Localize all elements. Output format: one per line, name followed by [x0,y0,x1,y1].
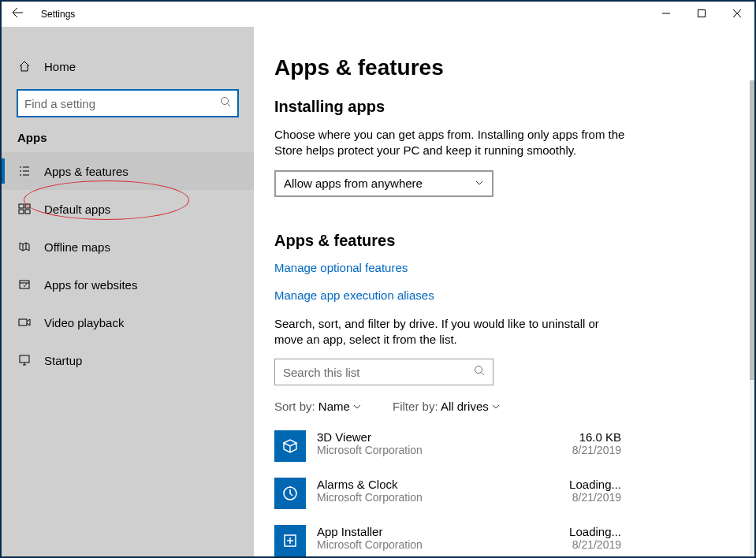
app-tile-icon [274,525,306,556]
svg-rect-7 [25,210,30,214]
sidebar-item-default-apps[interactable]: Default apps [2,190,254,228]
sidebar-search[interactable] [17,90,238,117]
home-icon [17,60,32,73]
close-button[interactable] [719,2,754,25]
content-area: Apps & features Installing apps Choose w… [254,27,754,556]
app-search[interactable] [274,359,493,385]
list-desc: Search, sort, and filter by drive. If yo… [274,316,605,348]
svg-rect-11 [20,355,29,363]
sidebar: Home Apps Apps & features [2,27,254,556]
app-publisher: Microsoft Corporation [317,491,539,504]
sidebar-item-label: Default apps [44,203,110,216]
search-icon [474,365,485,379]
sidebar-item-startup[interactable]: Startup [2,341,254,379]
app-date: 8/21/2019 [550,444,621,456]
svg-rect-1 [698,10,705,17]
offline-maps-icon [17,240,32,253]
svg-point-14 [475,366,482,374]
sidebar-item-label: Video playback [44,316,124,329]
install-source-combo[interactable]: Allow apps from anywhere [274,170,493,197]
content-scroll-thumb[interactable] [750,80,754,380]
svg-rect-8 [20,281,29,288]
app-size: Loading... [550,525,621,538]
page-title: Apps & features [274,55,734,80]
app-size: 16.0 KB [550,430,621,444]
sidebar-item-offline-maps[interactable]: Offline maps [2,228,254,266]
installing-heading: Installing apps [274,98,734,116]
app-tile-icon [274,478,306,509]
svg-rect-10 [19,319,27,326]
titlebar: Settings [2,2,754,27]
combo-value: Allow apps from anywhere [284,177,423,190]
chevron-down-icon [475,177,484,190]
sidebar-item-label: Apps for websites [44,278,137,292]
app-row[interactable]: Alarms & Clock Microsoft Corporation Loa… [274,478,621,509]
svg-line-3 [228,104,231,107]
svg-point-2 [222,98,229,105]
sidebar-group-heading: Apps [2,131,254,152]
startup-icon [17,354,32,366]
sidebar-item-apps-for-websites[interactable]: Apps for websites [2,266,254,303]
app-tile-icon [274,430,306,462]
app-name: Alarms & Clock [317,478,539,491]
installing-desc: Choose where you can get apps from. Inst… [274,127,629,159]
filter-label: Filter by: [393,400,438,413]
app-publisher: Microsoft Corporation [317,538,539,551]
video-playback-icon [17,316,32,329]
default-apps-icon [17,203,32,215]
sidebar-item-label: Offline maps [44,240,110,254]
app-publisher: Microsoft Corporation [317,444,539,456]
sidebar-item-label: Apps & features [44,165,128,178]
apps-list-heading: Apps & features [274,232,734,250]
app-name: 3D Viewer [317,430,539,444]
sidebar-home[interactable]: Home [2,49,254,84]
minimize-button[interactable] [648,2,683,25]
chevron-down-icon [492,400,500,413]
chevron-down-icon [353,400,361,413]
apps-features-icon [17,165,32,177]
app-search-input[interactable] [283,366,474,379]
svg-rect-4 [19,204,24,208]
svg-line-15 [482,373,485,376]
link-execution-aliases[interactable]: Manage app execution aliases [274,288,734,302]
sidebar-item-apps-features[interactable]: Apps & features [2,152,254,190]
app-name: App Installer [317,525,539,538]
svg-rect-5 [25,204,30,208]
sort-by-control[interactable]: Sort by: Name [274,400,361,413]
svg-point-17 [289,486,291,488]
sort-value: Name [318,400,350,413]
sidebar-item-label: Startup [44,354,82,367]
svg-rect-6 [19,210,24,214]
window-title: Settings [41,9,75,20]
app-date: 8/21/2019 [550,491,621,504]
app-row[interactable]: 3D Viewer Microsoft Corporation 16.0 KB … [274,430,621,462]
maximize-button[interactable] [683,2,719,25]
app-row[interactable]: App Installer Microsoft Corporation Load… [274,525,621,556]
apps-for-websites-icon [17,278,32,291]
app-date: 8/21/2019 [550,538,621,551]
app-size: Loading... [550,478,621,491]
back-icon[interactable] [11,6,24,22]
link-optional-features[interactable]: Manage optional features [274,261,734,274]
filter-value: All drives [441,400,489,413]
search-icon [220,96,231,110]
sidebar-home-label: Home [44,60,76,73]
sort-label: Sort by: [274,400,315,413]
filter-by-control[interactable]: Filter by: All drives [393,400,500,413]
sidebar-item-video-playback[interactable]: Video playback [2,303,254,341]
search-input[interactable] [24,97,220,110]
